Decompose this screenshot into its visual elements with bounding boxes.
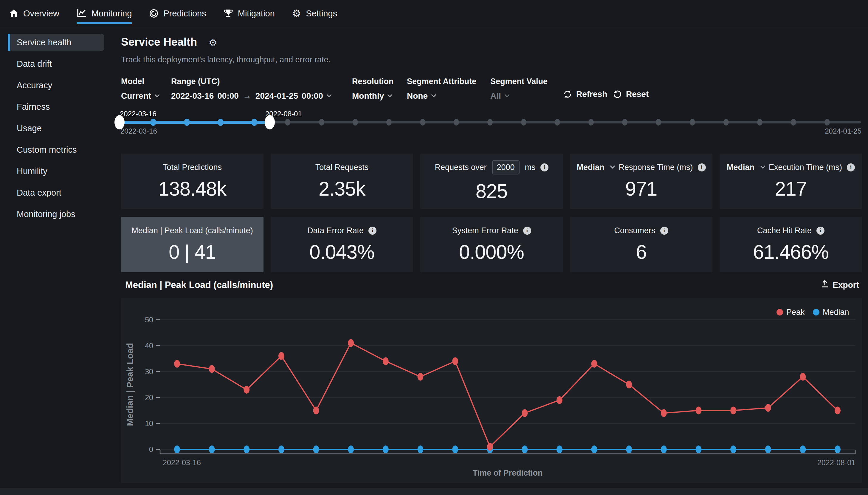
- sidebar-item-data-drift[interactable]: Data drift: [0, 53, 116, 74]
- card-requests-over-ms[interactable]: Requests over ms i 825: [420, 154, 563, 209]
- sidebar-item-label: Monitoring jobs: [17, 209, 75, 219]
- card-data-error-rate[interactable]: Data Error Rate i 0.043%: [271, 217, 413, 272]
- slider-dot: [454, 119, 459, 125]
- card-system-error-rate[interactable]: System Error Rate i 0.000%: [420, 217, 563, 272]
- slider-dot: [791, 119, 796, 125]
- svg-text:2022-08-01: 2022-08-01: [817, 458, 855, 467]
- export-icon: [820, 280, 829, 290]
- model-select[interactable]: Current: [121, 91, 159, 101]
- sidebar-item-usage[interactable]: Usage: [0, 118, 116, 139]
- sidebar: Service health Data drift Accuracy Fairn…: [0, 28, 116, 495]
- info-icon[interactable]: i: [523, 227, 531, 235]
- card-median-peak-load[interactable]: Median | Peak Load (calls/minute) 0 | 41: [121, 217, 264, 272]
- card-consumers[interactable]: Consumers i 6: [570, 217, 712, 272]
- export-label: Export: [833, 280, 859, 290]
- sidebar-item-service-health[interactable]: Service health: [8, 34, 104, 51]
- card-cache-hit-rate[interactable]: Cache Hit Rate i 61.466%: [720, 217, 862, 272]
- refresh-icon: [563, 90, 572, 99]
- home-icon: [9, 8, 18, 18]
- card-label: Consumers: [614, 226, 655, 235]
- card-value: 138.48k: [158, 177, 226, 200]
- page-settings-gear-icon[interactable]: ⚙: [209, 37, 217, 48]
- sidebar-item-label: Data export: [17, 188, 61, 198]
- segment-attribute-label: Segment Attribute: [407, 77, 476, 86]
- card-metric-dropdown[interactable]: Median: [577, 163, 604, 172]
- chevron-down-icon: [610, 164, 615, 169]
- sidebar-item-data-export[interactable]: Data export: [0, 182, 116, 203]
- card-total-predictions[interactable]: Total Predictions 138.48k: [121, 154, 264, 209]
- card-value: 2.35k: [319, 177, 365, 200]
- card-value: 971: [625, 177, 657, 200]
- nav-item-label: Overview: [23, 8, 59, 18]
- card-label: Total Predictions: [163, 163, 222, 172]
- range-start-date: 2022-03-16: [171, 91, 214, 101]
- card-response-time[interactable]: Median Response Time (ms) i 971: [570, 154, 712, 209]
- nav-item-settings[interactable]: ⚙ Settings: [292, 0, 337, 27]
- slider-dot: [251, 119, 257, 126]
- info-icon[interactable]: i: [847, 164, 855, 171]
- nav-item-label: Mitigation: [238, 8, 275, 18]
- info-icon[interactable]: i: [660, 227, 668, 235]
- svg-text:30: 30: [145, 368, 153, 376]
- card-metric-dropdown[interactable]: Median: [727, 163, 755, 172]
- load-chart-panel[interactable]: 01020304050Median | Peak Load2022-03-162…: [121, 298, 862, 483]
- svg-text:50: 50: [145, 315, 153, 324]
- sidebar-item-custom-metrics[interactable]: Custom metrics: [0, 139, 116, 160]
- sidebar-item-humility[interactable]: Humility: [0, 160, 116, 182]
- refresh-label: Refresh: [576, 89, 607, 99]
- info-icon[interactable]: i: [698, 164, 706, 171]
- nav-item-mitigation[interactable]: Mitigation: [224, 0, 275, 27]
- nav-item-overview[interactable]: Overview: [9, 0, 59, 27]
- date-range-slider[interactable]: 2022-03-16 2022-08-01 2022-03-16 2024-01…: [119, 107, 862, 140]
- slider-dot: [353, 119, 358, 125]
- reset-button[interactable]: Reset: [613, 89, 649, 99]
- export-button[interactable]: Export: [820, 280, 859, 290]
- svg-text:2022-03-16: 2022-03-16: [163, 458, 201, 467]
- nav-item-label: Settings: [306, 8, 337, 18]
- info-icon[interactable]: i: [368, 227, 376, 235]
- segment-attribute-select[interactable]: None: [407, 91, 436, 101]
- info-icon[interactable]: i: [541, 164, 548, 171]
- nav-item-predictions[interactable]: Predictions: [149, 0, 206, 27]
- reset-label: Reset: [626, 89, 649, 99]
- card-value: 6: [636, 241, 646, 263]
- load-line-chart: 01020304050Median | Peak Load2022-03-162…: [121, 298, 862, 483]
- card-value: 0.000%: [459, 241, 524, 263]
- chevron-down-icon: [326, 92, 332, 98]
- card-label: Execution Time (ms): [769, 163, 842, 172]
- segment-attribute-value: None: [407, 91, 428, 101]
- page-title: Service Health: [121, 36, 197, 48]
- sidebar-item-label: Custom metrics: [17, 145, 76, 155]
- predictions-icon: [149, 8, 159, 18]
- nav-item-label: Predictions: [163, 8, 206, 18]
- sidebar-item-label: Humility: [17, 166, 48, 176]
- svg-text:10: 10: [145, 419, 153, 428]
- slider-dot: [319, 119, 324, 125]
- svg-text:Median | Peak Load: Median | Peak Load: [125, 343, 135, 426]
- sidebar-item-accuracy[interactable]: Accuracy: [0, 74, 116, 96]
- chevron-down-icon: [388, 92, 393, 98]
- sidebar-item-monitoring-jobs[interactable]: Monitoring jobs: [0, 203, 116, 225]
- svg-text:40: 40: [145, 341, 153, 350]
- slider-selected-track[interactable]: [119, 121, 270, 124]
- slider-dot: [218, 119, 224, 126]
- card-total-requests[interactable]: Total Requests 2.35k: [271, 154, 413, 209]
- slider-start-label: 2022-03-16: [120, 110, 157, 118]
- chevron-down-icon: [155, 92, 160, 98]
- card-value: 61.466%: [753, 241, 829, 263]
- range-select[interactable]: 2022-03-16 00:00 → 2024-01-25 00:00: [171, 91, 331, 101]
- slider-handle-end[interactable]: [265, 115, 275, 130]
- top-nav: Overview Monitoring Predictions Mitigati…: [0, 0, 868, 28]
- info-icon[interactable]: i: [816, 227, 825, 235]
- refresh-button[interactable]: Refresh: [563, 89, 607, 99]
- slider-handle-start[interactable]: [114, 115, 125, 130]
- resolution-select[interactable]: Monthly: [352, 91, 392, 101]
- range-end-date: 2024-01-25: [255, 91, 298, 101]
- ms-threshold-input[interactable]: [492, 160, 519, 174]
- nav-item-monitoring[interactable]: Monitoring: [76, 0, 132, 27]
- segment-value-select[interactable]: All: [490, 91, 509, 101]
- card-execution-time[interactable]: Median Execution Time (ms) i 217: [720, 154, 862, 209]
- slider-dot: [150, 119, 156, 126]
- chevron-down-icon: [431, 92, 437, 98]
- sidebar-item-fairness[interactable]: Fairness: [0, 96, 116, 118]
